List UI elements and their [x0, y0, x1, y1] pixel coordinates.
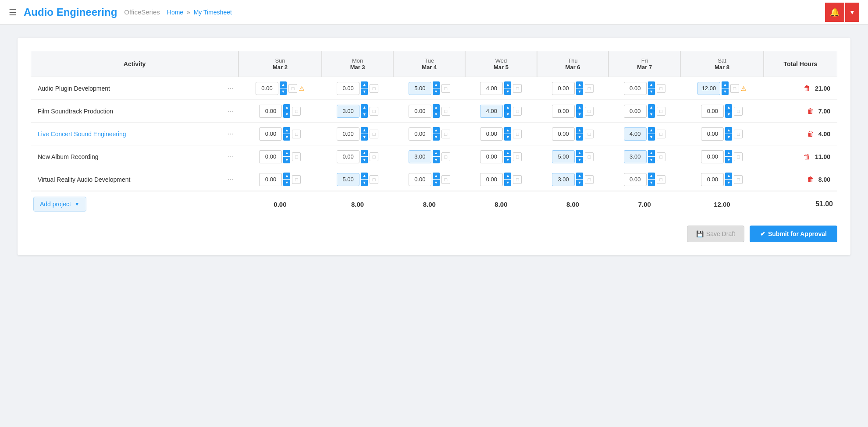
time-input-r3-d2[interactable] [409, 150, 431, 163]
spin-down-r4-d3[interactable]: ▼ [504, 180, 511, 186]
note-btn-r2-d5[interactable]: □ [657, 130, 665, 138]
time-input-r4-d0[interactable] [259, 173, 282, 186]
spin-up-r3-d6[interactable]: ▲ [725, 150, 732, 156]
spin-down-r0-d3[interactable]: ▼ [504, 88, 511, 95]
note-btn-r2-d0[interactable]: □ [292, 130, 301, 138]
note-btn-r2-d3[interactable]: □ [513, 130, 522, 138]
spin-up-r4-d6[interactable]: ▲ [725, 173, 732, 179]
spin-down-r3-d5[interactable]: ▼ [648, 157, 655, 163]
time-input-r3-d0[interactable] [259, 150, 282, 163]
time-input-r1-d5[interactable] [624, 105, 647, 118]
spin-down-r4-d2[interactable]: ▼ [433, 180, 440, 186]
spin-down-r0-d6[interactable]: ▼ [722, 88, 729, 95]
spin-up-r4-d1[interactable]: ▲ [361, 173, 368, 179]
spin-down-r3-d4[interactable]: ▼ [576, 157, 583, 163]
user-dropdown-button[interactable]: ▼ [845, 3, 859, 22]
note-btn-r4-d2[interactable]: □ [441, 175, 450, 184]
spin-down-r1-d0[interactable]: ▼ [283, 111, 290, 118]
note-btn-r1-d6[interactable]: □ [734, 107, 743, 116]
spin-up-r1-d4[interactable]: ▲ [576, 104, 583, 111]
spin-down-r1-d2[interactable]: ▼ [433, 111, 440, 118]
spin-up-r3-d0[interactable]: ▲ [283, 150, 290, 156]
time-input-r2-d2[interactable] [409, 127, 431, 141]
delete-row-button-2[interactable]: 🗑 [805, 129, 816, 139]
spin-up-r0-d5[interactable]: ▲ [648, 81, 655, 88]
time-input-r3-d1[interactable] [337, 150, 359, 163]
breadcrumb-home[interactable]: Home [167, 9, 183, 16]
delete-row-button-1[interactable]: 🗑 [805, 106, 816, 116]
note-btn-r4-d4[interactable]: □ [585, 175, 594, 184]
time-input-r1-d4[interactable] [552, 105, 575, 118]
spin-up-r0-d3[interactable]: ▲ [504, 81, 511, 88]
spin-up-r2-d3[interactable]: ▲ [504, 127, 511, 134]
spin-up-r2-d1[interactable]: ▲ [361, 127, 368, 134]
spin-down-r1-d3[interactable]: ▼ [504, 111, 511, 118]
spin-down-r0-d5[interactable]: ▼ [648, 88, 655, 95]
time-input-r4-d4[interactable] [552, 173, 575, 186]
note-btn-r0-d5[interactable]: □ [657, 84, 665, 93]
time-input-r3-d6[interactable] [701, 150, 724, 163]
spin-up-r2-d6[interactable]: ▲ [725, 127, 732, 134]
note-btn-r1-d1[interactable]: □ [370, 107, 378, 116]
time-input-r3-d3[interactable] [480, 150, 503, 163]
note-btn-r4-d0[interactable]: □ [292, 175, 301, 184]
spin-up-r2-d5[interactable]: ▲ [648, 127, 655, 134]
note-btn-r2-d6[interactable]: □ [734, 130, 743, 138]
note-btn-r3-d5[interactable]: □ [657, 152, 665, 161]
spin-down-r2-d0[interactable]: ▼ [283, 134, 290, 141]
time-input-r1-d0[interactable] [259, 105, 282, 118]
spin-up-r3-d4[interactable]: ▲ [576, 150, 583, 156]
time-input-r2-d5[interactable] [624, 127, 647, 141]
time-input-r1-d3[interactable] [480, 105, 503, 118]
row-options-button[interactable]: ··· [225, 175, 236, 184]
spin-up-r0-d4[interactable]: ▲ [576, 81, 583, 88]
spin-up-r4-d4[interactable]: ▲ [576, 173, 583, 179]
activity-name[interactable]: Live Concert Sound Engineering [34, 131, 126, 138]
spin-down-r1-d6[interactable]: ▼ [725, 111, 732, 118]
spin-up-r1-d3[interactable]: ▲ [504, 104, 511, 111]
spin-down-r3-d1[interactable]: ▼ [361, 157, 368, 163]
time-input-r4-d2[interactable] [409, 173, 431, 186]
note-btn-r3-d4[interactable]: □ [585, 152, 594, 161]
note-btn-r1-d2[interactable]: □ [441, 107, 450, 116]
spin-down-r1-d5[interactable]: ▼ [648, 111, 655, 118]
spin-down-r3-d0[interactable]: ▼ [283, 157, 290, 163]
spin-down-r4-d5[interactable]: ▼ [648, 180, 655, 186]
spin-up-r3-d5[interactable]: ▲ [648, 150, 655, 156]
spin-down-r2-d3[interactable]: ▼ [504, 134, 511, 141]
note-btn-r2-d1[interactable]: □ [370, 130, 378, 138]
note-btn-r4-d1[interactable]: □ [370, 175, 378, 184]
time-input-r4-d1[interactable] [337, 173, 359, 186]
note-btn-r0-d3[interactable]: □ [513, 84, 522, 93]
spin-down-r2-d4[interactable]: ▼ [576, 134, 583, 141]
spin-up-r0-d1[interactable]: ▲ [361, 81, 368, 88]
spin-up-r0-d6[interactable]: ▲ [722, 81, 729, 88]
spin-up-r1-d2[interactable]: ▲ [433, 104, 440, 111]
time-input-r1-d1[interactable] [337, 105, 359, 118]
add-project-button[interactable]: Add project ▼ [33, 197, 86, 212]
note-btn-r3-d2[interactable]: □ [441, 152, 450, 161]
spin-up-r1-d6[interactable]: ▲ [725, 104, 732, 111]
spin-up-r4-d2[interactable]: ▲ [433, 173, 440, 179]
spin-down-r2-d5[interactable]: ▼ [648, 134, 655, 141]
note-btn-r1-d3[interactable]: □ [513, 107, 522, 116]
time-input-r2-d6[interactable] [701, 127, 724, 141]
spin-down-r3-d3[interactable]: ▼ [504, 157, 511, 163]
row-options-button[interactable]: ··· [225, 152, 236, 162]
time-input-r3-d4[interactable] [552, 150, 575, 163]
spin-down-r1-d4[interactable]: ▼ [576, 111, 583, 118]
note-btn-r1-d5[interactable]: □ [657, 107, 665, 116]
spin-up-r4-d5[interactable]: ▲ [648, 173, 655, 179]
spin-down-r3-d6[interactable]: ▼ [725, 157, 732, 163]
note-btn-r1-d0[interactable]: □ [292, 107, 301, 116]
time-input-r0-d4[interactable] [552, 82, 575, 95]
time-input-r1-d2[interactable] [409, 105, 431, 118]
spin-down-r4-d4[interactable]: ▼ [576, 180, 583, 186]
spin-up-r1-d5[interactable]: ▲ [648, 104, 655, 111]
spin-down-r1-d1[interactable]: ▼ [361, 111, 368, 118]
spin-down-r4-d6[interactable]: ▼ [725, 180, 732, 186]
time-input-r0-d2[interactable] [409, 82, 431, 95]
delete-row-button-3[interactable]: 🗑 [802, 152, 812, 162]
note-btn-r4-d6[interactable]: □ [734, 175, 743, 184]
delete-row-button-4[interactable]: 🗑 [805, 175, 816, 184]
